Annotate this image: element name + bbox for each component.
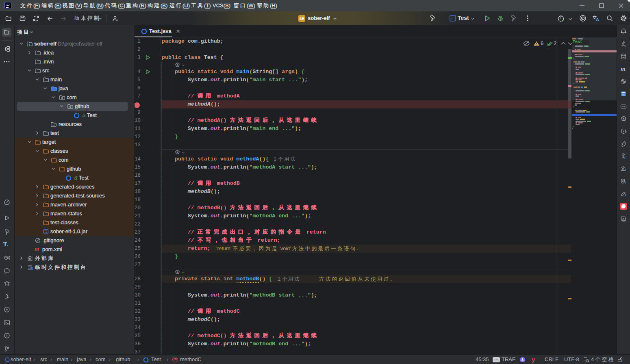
svg-text:A: A: [622, 217, 624, 220]
svg-text:A: A: [596, 17, 599, 22]
